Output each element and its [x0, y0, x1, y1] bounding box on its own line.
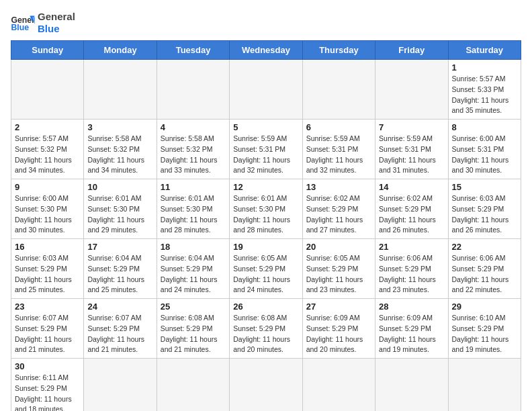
calendar-week-row: 16Sunrise: 6:03 AM Sunset: 5:29 PM Dayli… [11, 239, 521, 299]
day-info: Sunrise: 6:00 AM Sunset: 5:30 PM Dayligh… [15, 193, 80, 236]
calendar-table: SundayMondayTuesdayWednesdayThursdayFrid… [11, 40, 521, 411]
day-number: 25 [161, 302, 226, 312]
day-info: Sunrise: 5:59 AM Sunset: 5:31 PM Dayligh… [306, 134, 371, 176]
calendar-cell [84, 60, 157, 120]
calendar-cell: 27Sunrise: 6:09 AM Sunset: 5:29 PM Dayli… [302, 299, 375, 359]
logo-text-blue: Blue [38, 23, 75, 35]
day-number: 10 [87, 182, 152, 192]
calendar-cell [11, 60, 84, 120]
day-info: Sunrise: 6:03 AM Sunset: 5:29 PM Dayligh… [452, 193, 517, 236]
day-number: 27 [306, 302, 371, 312]
day-number: 22 [452, 242, 517, 252]
calendar-cell: 10Sunrise: 6:01 AM Sunset: 5:30 PM Dayli… [84, 179, 157, 239]
day-number: 8 [452, 122, 517, 132]
calendar-cell: 22Sunrise: 6:06 AM Sunset: 5:29 PM Dayli… [448, 239, 521, 299]
day-number: 1 [452, 62, 517, 73]
calendar-cell: 21Sunrise: 6:06 AM Sunset: 5:29 PM Dayli… [375, 239, 448, 299]
calendar-week-row: 9Sunrise: 6:00 AM Sunset: 5:30 PM Daylig… [11, 179, 521, 239]
day-info: Sunrise: 6:06 AM Sunset: 5:29 PM Dayligh… [379, 253, 444, 295]
calendar-cell: 23Sunrise: 6:07 AM Sunset: 5:29 PM Dayli… [11, 299, 84, 359]
day-info: Sunrise: 6:05 AM Sunset: 5:29 PM Dayligh… [233, 253, 298, 295]
calendar-cell: 15Sunrise: 6:03 AM Sunset: 5:29 PM Dayli… [448, 179, 521, 239]
day-number: 28 [379, 302, 444, 312]
day-number: 3 [87, 122, 152, 132]
calendar-cell: 4Sunrise: 5:58 AM Sunset: 5:32 PM Daylig… [157, 120, 229, 179]
day-info: Sunrise: 6:06 AM Sunset: 5:29 PM Dayligh… [452, 253, 517, 295]
day-info: Sunrise: 6:00 AM Sunset: 5:31 PM Dayligh… [452, 134, 517, 176]
day-info: Sunrise: 6:08 AM Sunset: 5:29 PM Dayligh… [233, 313, 298, 355]
calendar-cell: 1Sunrise: 5:57 AM Sunset: 5:33 PM Daylig… [448, 60, 521, 120]
day-info: Sunrise: 6:02 AM Sunset: 5:29 PM Dayligh… [306, 193, 371, 236]
day-number: 14 [379, 182, 444, 192]
day-number: 4 [161, 122, 226, 132]
calendar-cell [230, 60, 302, 120]
weekday-header-monday: Monday [84, 41, 157, 60]
day-number: 21 [379, 242, 444, 252]
calendar-cell: 29Sunrise: 6:10 AM Sunset: 5:29 PM Dayli… [448, 299, 521, 359]
day-number: 24 [87, 302, 152, 312]
day-info: Sunrise: 6:11 AM Sunset: 5:29 PM Dayligh… [15, 373, 80, 411]
day-number: 5 [233, 122, 298, 132]
weekday-header-thursday: Thursday [302, 41, 375, 60]
calendar-cell: 8Sunrise: 6:00 AM Sunset: 5:31 PM Daylig… [448, 120, 521, 179]
calendar-cell [157, 359, 229, 412]
calendar-cell: 3Sunrise: 5:58 AM Sunset: 5:32 PM Daylig… [84, 120, 157, 179]
calendar-cell: 26Sunrise: 6:08 AM Sunset: 5:29 PM Dayli… [230, 299, 302, 359]
logo-icon: General Blue [11, 13, 35, 32]
calendar-cell: 13Sunrise: 6:02 AM Sunset: 5:29 PM Dayli… [302, 179, 375, 239]
day-info: Sunrise: 5:59 AM Sunset: 5:31 PM Dayligh… [379, 134, 444, 176]
page-header: General Blue General Blue [11, 11, 521, 35]
day-number: 19 [233, 242, 298, 252]
weekday-header-sunday: Sunday [11, 41, 84, 60]
day-info: Sunrise: 5:57 AM Sunset: 5:33 PM Dayligh… [452, 74, 517, 116]
day-number: 29 [452, 302, 517, 312]
day-number: 15 [452, 182, 517, 192]
day-number: 2 [15, 122, 80, 132]
calendar-cell: 18Sunrise: 6:04 AM Sunset: 5:29 PM Dayli… [157, 239, 229, 299]
day-number: 13 [306, 182, 371, 192]
day-number: 23 [15, 302, 80, 312]
day-info: Sunrise: 5:59 AM Sunset: 5:31 PM Dayligh… [233, 134, 298, 176]
weekday-header-tuesday: Tuesday [157, 41, 229, 60]
day-info: Sunrise: 6:03 AM Sunset: 5:29 PM Dayligh… [15, 253, 80, 295]
day-number: 11 [161, 182, 226, 192]
day-info: Sunrise: 6:09 AM Sunset: 5:29 PM Dayligh… [306, 313, 371, 355]
calendar-cell: 14Sunrise: 6:02 AM Sunset: 5:29 PM Dayli… [375, 179, 448, 239]
day-number: 9 [15, 182, 80, 192]
calendar-cell: 20Sunrise: 6:05 AM Sunset: 5:29 PM Dayli… [302, 239, 375, 299]
svg-text:Blue: Blue [11, 23, 30, 32]
day-info: Sunrise: 6:07 AM Sunset: 5:29 PM Dayligh… [15, 313, 80, 355]
day-info: Sunrise: 6:04 AM Sunset: 5:29 PM Dayligh… [161, 253, 226, 295]
day-number: 18 [161, 242, 226, 252]
calendar-cell: 25Sunrise: 6:08 AM Sunset: 5:29 PM Dayli… [157, 299, 229, 359]
calendar-cell [302, 60, 375, 120]
calendar-cell [448, 359, 521, 412]
day-number: 16 [15, 242, 80, 252]
day-info: Sunrise: 6:09 AM Sunset: 5:29 PM Dayligh… [379, 313, 444, 355]
calendar-cell: 7Sunrise: 5:59 AM Sunset: 5:31 PM Daylig… [375, 120, 448, 179]
calendar-cell: 17Sunrise: 6:04 AM Sunset: 5:29 PM Dayli… [84, 239, 157, 299]
calendar-cell: 16Sunrise: 6:03 AM Sunset: 5:29 PM Dayli… [11, 239, 84, 299]
day-number: 17 [87, 242, 152, 252]
day-info: Sunrise: 6:08 AM Sunset: 5:29 PM Dayligh… [161, 313, 226, 355]
calendar-cell [157, 60, 229, 120]
calendar-cell [375, 359, 448, 412]
calendar-cell: 12Sunrise: 6:01 AM Sunset: 5:30 PM Dayli… [230, 179, 302, 239]
calendar-cell [230, 359, 302, 412]
day-number: 20 [306, 242, 371, 252]
day-info: Sunrise: 6:05 AM Sunset: 5:29 PM Dayligh… [306, 253, 371, 295]
calendar-cell [302, 359, 375, 412]
day-info: Sunrise: 6:07 AM Sunset: 5:29 PM Dayligh… [87, 313, 152, 355]
calendar-cell: 19Sunrise: 6:05 AM Sunset: 5:29 PM Dayli… [230, 239, 302, 299]
day-number: 6 [306, 122, 371, 132]
weekday-header-row: SundayMondayTuesdayWednesdayThursdayFrid… [11, 41, 521, 60]
day-info: Sunrise: 6:04 AM Sunset: 5:29 PM Dayligh… [87, 253, 152, 295]
weekday-header-saturday: Saturday [448, 41, 521, 60]
day-number: 7 [379, 122, 444, 132]
day-info: Sunrise: 5:58 AM Sunset: 5:32 PM Dayligh… [87, 134, 152, 176]
day-info: Sunrise: 6:01 AM Sunset: 5:30 PM Dayligh… [161, 193, 226, 236]
calendar-cell: 9Sunrise: 6:00 AM Sunset: 5:30 PM Daylig… [11, 179, 84, 239]
calendar-cell [84, 359, 157, 412]
day-info: Sunrise: 6:02 AM Sunset: 5:29 PM Dayligh… [379, 193, 444, 236]
calendar-cell: 2Sunrise: 5:57 AM Sunset: 5:32 PM Daylig… [11, 120, 84, 179]
